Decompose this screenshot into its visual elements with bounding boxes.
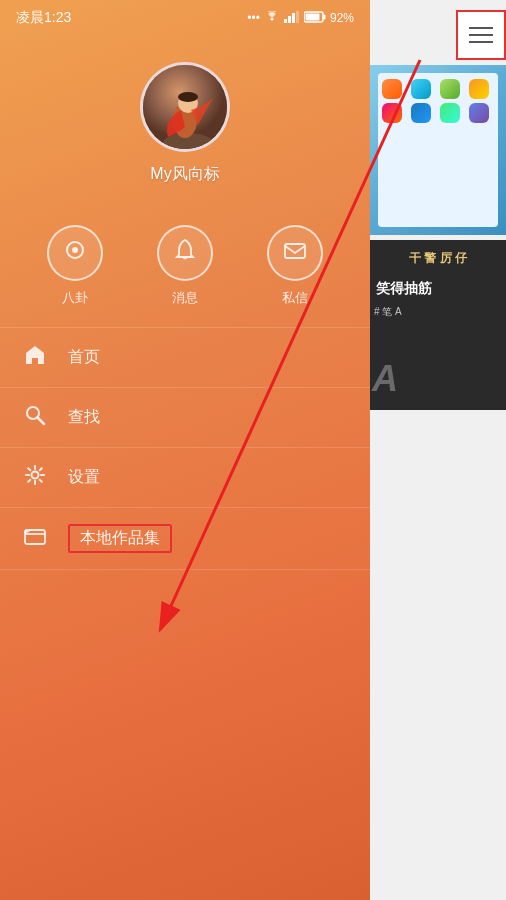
svg-point-13	[72, 247, 78, 253]
username[interactable]: My风向标	[150, 164, 219, 185]
menu-item-local-works[interactable]: 本地作品集	[0, 507, 370, 570]
bell-icon	[174, 238, 196, 268]
app-icon-6	[411, 103, 431, 123]
gossip-label: 八卦	[62, 289, 88, 307]
app-icon-5	[382, 103, 402, 123]
avatar[interactable]	[140, 62, 230, 152]
quick-action-gossip[interactable]: 八卦	[47, 225, 103, 307]
menu-item-home[interactable]: 首页	[0, 327, 370, 387]
menu-item-settings[interactable]: 设置	[0, 447, 370, 507]
quick-actions: 八卦 消息 私信	[0, 205, 370, 317]
app-icon-4	[469, 79, 489, 99]
app-icon-1	[382, 79, 402, 99]
profile-section: My风向标	[0, 32, 370, 205]
preview-big-text: A	[372, 358, 398, 400]
hamburger-line-3	[469, 41, 493, 43]
preview-image-1	[370, 65, 506, 235]
settings-icon	[24, 464, 56, 491]
hamburger-line-2	[469, 34, 493, 36]
avatar-image	[143, 65, 227, 149]
svg-rect-14	[285, 244, 305, 258]
wifi-icon	[264, 11, 280, 26]
search-label: 查找	[68, 407, 100, 428]
status-bar: 凌晨1:23 •••	[0, 0, 370, 32]
gossip-circle	[47, 225, 103, 281]
search-icon	[24, 404, 56, 431]
local-works-label: 本地作品集	[68, 524, 172, 553]
hamburger-button[interactable]	[456, 10, 506, 60]
svg-point-11	[178, 92, 198, 102]
app-icon-8	[469, 103, 489, 123]
right-panel: 干 警 厉 仔 笑得抽筋 # 笔 A A	[370, 0, 506, 900]
app-icon-2	[411, 79, 431, 99]
signal-dots: •••	[247, 11, 260, 25]
svg-rect-6	[323, 14, 325, 19]
gossip-icon	[63, 238, 87, 268]
quick-action-message[interactable]: 消息	[157, 225, 213, 307]
app-icon-7	[440, 103, 460, 123]
svg-rect-5	[305, 13, 319, 20]
settings-label: 设置	[68, 467, 100, 488]
status-icons: •••	[247, 11, 354, 26]
svg-line-16	[38, 418, 44, 424]
phone-screen	[378, 73, 498, 227]
phone-app-grid	[378, 73, 498, 129]
folder-icon	[24, 525, 56, 552]
preview-line1: 干 警 厉 仔	[374, 250, 502, 267]
mail-label: 私信	[282, 289, 308, 307]
home-label: 首页	[68, 347, 100, 368]
message-label: 消息	[172, 289, 198, 307]
menu-items: 首页 查找 设置	[0, 327, 370, 570]
preview-line2: 笑得抽筋	[372, 280, 504, 298]
quick-action-mail[interactable]: 私信	[267, 225, 323, 307]
mail-circle	[267, 225, 323, 281]
battery-percent: 92%	[330, 11, 354, 25]
preview-line3: # 笔 A	[374, 305, 504, 319]
avatar-svg	[143, 65, 227, 149]
hamburger-line-1	[469, 27, 493, 29]
svg-rect-3	[296, 11, 299, 23]
app-icon-3	[440, 79, 460, 99]
svg-rect-2	[292, 13, 295, 23]
svg-point-17	[32, 472, 39, 479]
preview-image-2: 干 警 厉 仔 笑得抽筋 # 笔 A A	[370, 240, 506, 410]
status-time: 凌晨1:23	[16, 9, 71, 27]
menu-item-search[interactable]: 查找	[0, 387, 370, 447]
preview-text-content: 干 警 厉 仔 笑得抽筋 # 笔 A A	[370, 240, 506, 410]
svg-rect-1	[288, 16, 291, 23]
mail-icon	[283, 240, 307, 266]
signal-bars	[284, 11, 300, 26]
svg-rect-0	[284, 19, 287, 23]
home-icon	[24, 344, 56, 371]
battery-icon	[304, 11, 326, 26]
message-circle	[157, 225, 213, 281]
sidebar: 凌晨1:23 •••	[0, 0, 370, 900]
